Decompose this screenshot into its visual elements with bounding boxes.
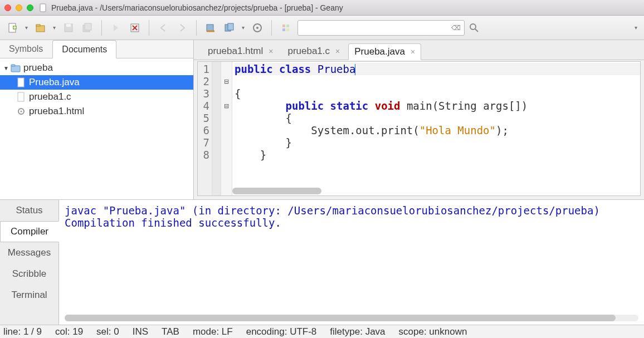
svg-rect-23 bbox=[18, 92, 24, 101]
fold-gutter[interactable]: ⊟ ⊟ bbox=[221, 62, 232, 195]
tree-item[interactable]: prueba1.html bbox=[0, 104, 193, 119]
svg-rect-21 bbox=[11, 65, 15, 66]
window-minimize-button[interactable] bbox=[16, 4, 22, 11]
color-chooser-button[interactable] bbox=[277, 19, 295, 37]
svg-rect-3 bbox=[36, 26, 45, 32]
svg-point-25 bbox=[21, 111, 22, 112]
status-ins[interactable]: INS bbox=[133, 326, 148, 337]
editor-tab-label: Prueba.java bbox=[354, 46, 405, 57]
sidebar: Symbols Documents ▼ prueba Prueba.java p… bbox=[0, 40, 194, 199]
svg-rect-22 bbox=[18, 78, 24, 87]
tree-folder-root[interactable]: ▼ prueba bbox=[0, 61, 193, 75]
execute-button[interactable] bbox=[248, 19, 266, 37]
search-button[interactable] bbox=[465, 19, 483, 37]
svg-rect-10 bbox=[207, 25, 213, 31]
file-icon bbox=[16, 91, 27, 102]
editor-tab[interactable]: prueba1.html × bbox=[202, 43, 279, 60]
disclosure-triangle-icon[interactable]: ▼ bbox=[2, 65, 10, 71]
horizontal-scrollbar[interactable] bbox=[232, 188, 321, 194]
status-mode[interactable]: mode: LF bbox=[193, 326, 233, 337]
nav-back-button[interactable] bbox=[154, 19, 172, 37]
folder-icon bbox=[10, 62, 21, 74]
editor-body[interactable]: 12345678 ⊟ ⊟ public class Prueba { publi… bbox=[197, 61, 641, 196]
nav-forward-button[interactable] bbox=[173, 19, 191, 37]
messages-tabs: Status Compiler Messages Scribble Termin… bbox=[0, 200, 59, 325]
documents-tree[interactable]: ▼ prueba Prueba.java prueba1.c prueba1.h… bbox=[0, 58, 193, 199]
svg-rect-20 bbox=[11, 66, 20, 72]
messages-tab-messages[interactable]: Messages bbox=[0, 242, 58, 263]
editor-tab-label: prueba1.c bbox=[287, 46, 330, 57]
tree-item[interactable]: Prueba.java bbox=[0, 75, 193, 90]
messages-body[interactable]: javac "Prueba.java" (in directory: /User… bbox=[59, 200, 644, 325]
new-file-dropdown[interactable]: ▾ bbox=[22, 25, 30, 31]
sidebar-tab-symbols[interactable]: Symbols bbox=[0, 40, 52, 58]
svg-rect-16 bbox=[286, 25, 289, 27]
toolbar: ▾ ▾ ▾ ⌫ ▾ bbox=[0, 16, 644, 40]
editor-tab[interactable]: prueba1.c × bbox=[281, 43, 346, 60]
close-file-button[interactable] bbox=[126, 19, 144, 37]
status-encoding[interactable]: encoding: UTF-8 bbox=[246, 326, 317, 337]
tree-item-label: prueba1.c bbox=[29, 91, 71, 102]
sidebar-tab-documents[interactable]: Documents bbox=[52, 40, 116, 58]
window-close-button[interactable] bbox=[4, 4, 11, 11]
save-all-button[interactable] bbox=[79, 19, 96, 37]
tree-folder-label: prueba bbox=[23, 62, 53, 74]
status-filetype[interactable]: filetype: Java bbox=[330, 326, 385, 337]
file-icon bbox=[16, 77, 27, 88]
svg-rect-12 bbox=[228, 23, 233, 30]
build-button[interactable] bbox=[221, 19, 238, 37]
marker-gutter bbox=[212, 62, 221, 195]
status-line: line: 1 / 9 bbox=[3, 326, 42, 337]
svg-rect-8 bbox=[85, 23, 91, 30]
status-col: col: 19 bbox=[55, 326, 83, 337]
app-icon bbox=[39, 3, 48, 12]
build-dropdown[interactable]: ▾ bbox=[239, 25, 247, 31]
open-file-button[interactable] bbox=[32, 19, 50, 37]
svg-point-19 bbox=[470, 24, 476, 30]
messages-tab-status[interactable]: Status bbox=[0, 200, 58, 221]
search-clear-icon[interactable]: ⌫ bbox=[451, 24, 461, 32]
close-icon[interactable]: × bbox=[411, 47, 415, 56]
messages-tab-terminal[interactable]: Terminal bbox=[0, 285, 58, 306]
messages-panel: Status Compiler Messages Scribble Termin… bbox=[0, 199, 644, 325]
editor-tab[interactable]: Prueba.java × bbox=[348, 43, 421, 60]
traffic-lights bbox=[4, 4, 33, 11]
status-tab[interactable]: TAB bbox=[162, 326, 179, 337]
editor-area: prueba1.html × prueba1.c × Prueba.java ×… bbox=[194, 40, 644, 199]
tree-item[interactable]: prueba1.c bbox=[0, 90, 193, 104]
line-number-gutter: 12345678 bbox=[198, 62, 212, 195]
revert-button[interactable] bbox=[107, 19, 125, 37]
new-file-button[interactable] bbox=[4, 19, 22, 37]
svg-rect-4 bbox=[36, 25, 40, 26]
search-box[interactable]: ⌫ bbox=[297, 20, 465, 36]
compile-button[interactable] bbox=[202, 19, 219, 37]
horizontal-scrollbar[interactable] bbox=[65, 315, 638, 321]
svg-rect-18 bbox=[286, 28, 289, 31]
tree-item-label: Prueba.java bbox=[29, 77, 80, 88]
code-view[interactable]: public class Prueba { public static void… bbox=[232, 62, 640, 195]
messages-tab-compiler[interactable]: Compiler bbox=[0, 221, 59, 242]
titlebar: Prueba.java - /Users/mariaconsuelorubios… bbox=[0, 0, 644, 16]
svg-rect-6 bbox=[66, 24, 71, 27]
editor-tabs: prueba1.html × prueba1.c × Prueba.java × bbox=[194, 40, 644, 60]
save-button[interactable] bbox=[60, 19, 77, 37]
svg-rect-0 bbox=[40, 4, 46, 12]
tree-item-label: prueba1.html bbox=[29, 106, 84, 117]
status-sel: sel: 0 bbox=[96, 326, 119, 337]
statusbar: line: 1 / 9 col: 19 sel: 0 INS TAB mode:… bbox=[0, 325, 644, 338]
gear-file-icon bbox=[16, 106, 27, 117]
close-icon[interactable]: × bbox=[269, 47, 273, 56]
svg-rect-15 bbox=[282, 25, 285, 27]
search-input[interactable] bbox=[301, 23, 451, 32]
window-maximize-button[interactable] bbox=[27, 4, 33, 11]
svg-rect-17 bbox=[282, 28, 285, 31]
close-icon[interactable]: × bbox=[335, 47, 340, 56]
editor-tab-label: prueba1.html bbox=[208, 46, 263, 57]
svg-point-14 bbox=[256, 27, 258, 29]
messages-tab-scribble[interactable]: Scribble bbox=[0, 263, 58, 285]
open-recent-dropdown[interactable]: ▾ bbox=[50, 25, 58, 31]
window-title: Prueba.java - /Users/mariaconsuelorubios… bbox=[51, 3, 343, 12]
sidebar-tabs: Symbols Documents bbox=[0, 40, 193, 58]
status-scope: scope: unknown bbox=[399, 326, 467, 337]
toolbar-overflow-dropdown[interactable]: ▾ bbox=[632, 25, 640, 31]
